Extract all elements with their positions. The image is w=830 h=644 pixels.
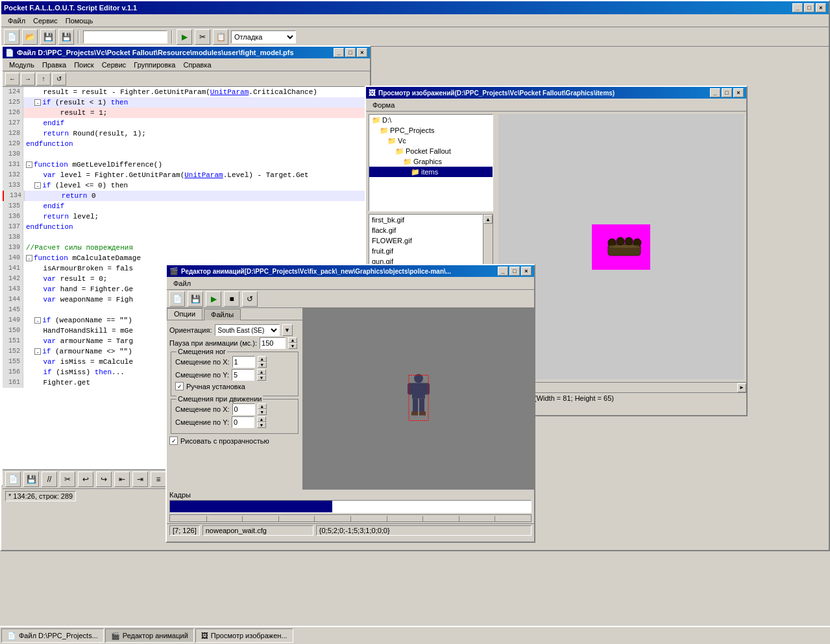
manual-checkbox[interactable]: ✓ <box>175 382 184 390</box>
image-minimize-btn[interactable]: _ <box>710 88 720 97</box>
file-flower[interactable]: FLOWER.gif <box>369 235 482 246</box>
pause-down-btn[interactable]: ▼ <box>288 343 297 349</box>
collapse-149[interactable]: - <box>34 317 41 324</box>
script-tb-5[interactable]: ↩ <box>78 471 93 487</box>
script-menu-help[interactable]: Справка <box>179 60 215 70</box>
script-tb-4[interactable]: ✂ <box>60 471 75 487</box>
script-minimize-btn[interactable]: _ <box>334 48 344 57</box>
script-close-btn[interactable]: × <box>357 48 367 57</box>
move-y-input[interactable] <box>232 416 254 428</box>
nav-up-btn[interactable]: ↑ <box>36 73 51 86</box>
run-btn[interactable]: ▶ <box>177 29 192 45</box>
leg-offsets-label: Смещения ног <box>177 348 227 355</box>
anim-save-btn[interactable]: 💾 <box>188 291 203 307</box>
tree-item-pf[interactable]: 📁Pocket Fallout <box>369 146 493 156</box>
cut-btn[interactable]: ✂ <box>195 29 210 45</box>
pause-up-btn[interactable]: ▲ <box>288 337 297 343</box>
move-x-down[interactable]: ▼ <box>258 409 267 415</box>
script-menu-search[interactable]: Поиск <box>70 60 97 70</box>
anim-menu-file[interactable]: Файл <box>169 278 195 289</box>
debug-mode-select[interactable]: Отладка <box>231 30 296 43</box>
menu-help[interactable]: Помощь <box>62 16 97 26</box>
save-btn[interactable]: 💾 <box>40 29 56 45</box>
frames-slider-track[interactable] <box>169 500 531 513</box>
script-tb-8[interactable]: ⇥ <box>132 471 148 487</box>
script-tb-2[interactable]: 💾 <box>23 471 39 487</box>
script-tb-9[interactable]: ≡ <box>151 471 166 487</box>
manual-label: Ручная установка <box>186 383 245 390</box>
anim-maximize-btn[interactable]: □ <box>509 267 520 276</box>
file-fruit[interactable]: fruit.gif <box>369 246 482 256</box>
scroll-up-arrow[interactable]: ▲ <box>483 215 493 224</box>
orientation-arrow[interactable]: ▼ <box>282 324 293 336</box>
script-menu-module[interactable]: Модуль <box>5 60 38 70</box>
hscroll-right[interactable]: ► <box>737 383 746 392</box>
leg-y-up[interactable]: ▲ <box>257 369 266 375</box>
leg-x-input[interactable] <box>232 356 255 368</box>
new-btn[interactable]: 📄 <box>4 29 19 45</box>
script-menu-service[interactable]: Сервис <box>98 60 130 70</box>
script-menu-edit[interactable]: Правка <box>38 60 70 70</box>
open-btn[interactable]: 📂 <box>22 29 38 45</box>
anim-new-btn[interactable]: 📄 <box>169 291 185 307</box>
menu-service[interactable]: Сервис <box>29 16 62 26</box>
leg-x-down[interactable]: ▼ <box>258 362 267 368</box>
copy-btn[interactable]: 📋 <box>213 29 228 45</box>
tree-item-drive[interactable]: 📁D:\ <box>369 115 493 125</box>
taskbar-anim-label: Редактор анимаций <box>123 632 188 639</box>
nav-back-btn[interactable]: ← <box>5 73 19 86</box>
file-flack[interactable]: flack.gif <box>369 225 482 235</box>
script-tb-7[interactable]: ⇤ <box>114 471 130 487</box>
tab-options[interactable]: Опции <box>167 308 202 320</box>
move-y-down[interactable]: ▼ <box>257 422 266 428</box>
anim-stop-btn[interactable]: ■ <box>224 291 239 307</box>
tab-files[interactable]: Файлы <box>204 309 241 320</box>
collapse-140[interactable]: - <box>26 255 32 261</box>
image-maximize-btn[interactable]: □ <box>722 88 732 97</box>
folder-tree[interactable]: 📁D:\ 📁PPC_Projects 📁Vc 📁Pocket Fallout 📁… <box>369 114 493 211</box>
taskbar-script-btn[interactable]: 📄 Файл D:\PPC_Projects... <box>1 628 104 643</box>
leg-y-down[interactable]: ▼ <box>257 375 266 381</box>
script-nav-bar: ← → ↑ ↺ <box>3 71 370 87</box>
toolbar-search-input[interactable] <box>83 30 167 43</box>
anim-minimize-btn[interactable]: _ <box>498 267 508 276</box>
move-x-up[interactable]: ▲ <box>258 403 267 409</box>
main-menu-bar: Файл Сервис Помощь <box>1 14 829 27</box>
anim-play-btn[interactable]: ▶ <box>206 291 221 307</box>
collapse-125[interactable]: - <box>34 99 41 106</box>
tree-item-graphics[interactable]: 📁Graphics <box>369 156 493 167</box>
pause-input[interactable] <box>260 337 286 349</box>
tree-item-vc[interactable]: 📁Vc <box>369 136 493 146</box>
nav-refresh-btn[interactable]: ↺ <box>52 73 66 86</box>
tree-item-items[interactable]: 📁items <box>369 167 493 177</box>
save2-btn[interactable]: 💾 <box>58 29 74 45</box>
image-close-btn[interactable]: × <box>733 88 744 97</box>
imgviewer-menu-form[interactable]: Форма <box>369 100 398 110</box>
transparent-checkbox[interactable]: ✓ <box>169 436 178 445</box>
minimize-button[interactable]: _ <box>792 3 803 12</box>
tree-item-ppc[interactable]: 📁PPC_Projects <box>369 125 493 136</box>
nav-forward-btn[interactable]: → <box>21 73 35 86</box>
collapse-152[interactable]: - <box>34 348 41 355</box>
maximize-button[interactable]: □ <box>804 3 814 12</box>
close-button[interactable]: × <box>816 3 826 12</box>
move-x-input[interactable] <box>232 403 255 415</box>
taskbar-anim-btn[interactable]: 🎬 Редактор анимаций <box>105 628 194 643</box>
anim-refresh-btn[interactable]: ↺ <box>242 291 258 307</box>
leg-y-input[interactable] <box>232 369 254 381</box>
script-tb-6[interactable]: ↪ <box>96 471 112 487</box>
script-menu-grouping[interactable]: Группировка <box>130 60 179 70</box>
leg-x-up[interactable]: ▲ <box>258 356 267 362</box>
script-tb-3[interactable]: // <box>42 471 57 487</box>
anim-close-btn[interactable]: × <box>521 267 531 276</box>
script-maximize-btn[interactable]: □ <box>345 48 356 57</box>
orientation-select[interactable]: South East (SE) <box>215 324 280 336</box>
script-tb-1[interactable]: 📄 <box>5 471 21 487</box>
frames-section: Кадры <box>167 490 534 523</box>
file-first_bk[interactable]: first_bk.gif <box>369 215 482 225</box>
menu-file[interactable]: Файл <box>4 16 29 26</box>
collapse-133[interactable]: - <box>34 182 41 189</box>
move-y-up[interactable]: ▲ <box>257 416 266 422</box>
collapse-131[interactable]: - <box>26 161 32 168</box>
taskbar-viewer-btn[interactable]: 🖼 Просмотр изображен... <box>195 628 293 643</box>
